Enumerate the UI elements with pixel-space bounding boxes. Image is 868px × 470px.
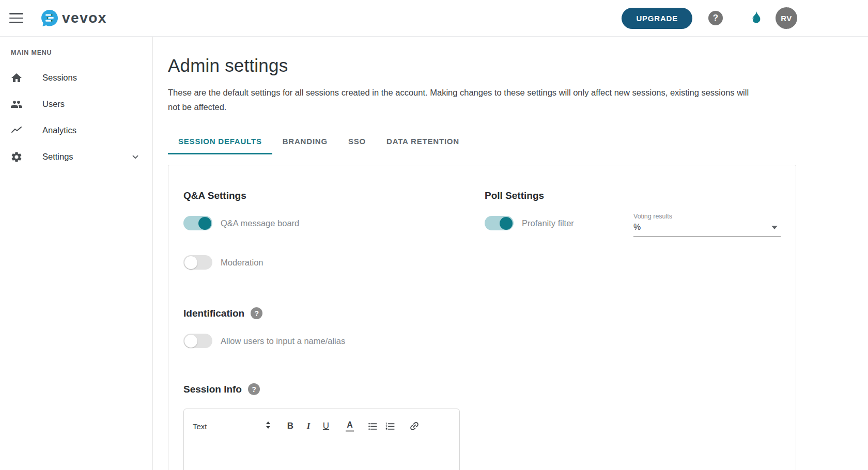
sidebar-item-label: Analytics xyxy=(42,126,76,135)
link-button[interactable] xyxy=(409,420,420,432)
brand-wordmark: vevox xyxy=(62,10,107,26)
identification-help-icon[interactable]: ? xyxy=(251,307,262,319)
sidebar-item-label: Settings xyxy=(42,152,73,162)
trend-line-icon xyxy=(10,124,23,137)
qa-settings-heading: Q&A Settings xyxy=(183,190,485,201)
avatar[interactable]: RV xyxy=(776,7,797,29)
tab-session-defaults[interactable]: SESSION DEFAULTS xyxy=(168,131,272,154)
poll-settings-heading: Poll Settings xyxy=(485,190,781,201)
text-format-select[interactable]: Text xyxy=(193,421,271,431)
upgrade-button[interactable]: UPGRADE xyxy=(622,8,692,29)
sidebar-item-settings[interactable]: Settings xyxy=(0,144,152,170)
alias-toggle[interactable] xyxy=(183,334,212,348)
vevox-bubble-icon xyxy=(41,9,58,27)
gear-icon xyxy=(10,151,23,163)
home-icon xyxy=(10,72,23,84)
sidebar-item-analytics[interactable]: Analytics xyxy=(0,117,152,144)
tab-branding[interactable]: BRANDING xyxy=(272,131,338,154)
sidebar-item-label: Users xyxy=(42,99,65,109)
text-color-button[interactable]: A xyxy=(344,420,355,432)
toggle-knob xyxy=(184,256,197,269)
voting-results-label: Voting results xyxy=(633,213,781,220)
moderation-toggle[interactable] xyxy=(183,255,212,270)
toggle-label: Profanity filter xyxy=(522,218,574,228)
session-info-heading: Session Info ? xyxy=(183,383,781,395)
moderation-row: Moderation xyxy=(183,255,485,270)
session-info-help-icon[interactable]: ? xyxy=(248,383,260,395)
settings-tabs: SESSION DEFAULTS BRANDING SSO DATA RETEN… xyxy=(168,131,868,154)
text-color-underline xyxy=(346,430,354,432)
people-icon xyxy=(10,98,23,111)
session-info-editor[interactable]: Text B I U A xyxy=(183,409,460,470)
topbar: vevox UPGRADE ? RV xyxy=(0,0,868,37)
toggle-label: Allow users to input a name/alias xyxy=(221,336,345,346)
session-info-heading-text: Session Info xyxy=(183,384,242,395)
help-icon[interactable]: ? xyxy=(708,11,723,25)
page-description: These are the default settings for all s… xyxy=(168,85,762,114)
text-color-glyph: A xyxy=(347,420,353,430)
qa-message-board-row: Q&A message board xyxy=(183,216,485,230)
profanity-filter-row: Profanity filter xyxy=(485,216,633,230)
identification-heading-text: Identification xyxy=(183,308,244,319)
italic-button[interactable]: I xyxy=(303,421,314,431)
dropdown-caret-icon xyxy=(771,226,778,229)
bulleted-list-button[interactable] xyxy=(367,421,378,432)
toggle-knob xyxy=(198,217,211,230)
tab-data-retention[interactable]: DATA RETENTION xyxy=(376,131,470,154)
sidebar-item-label: Sessions xyxy=(42,73,77,83)
bold-button[interactable]: B xyxy=(285,421,296,431)
voting-results-select[interactable]: Voting results % xyxy=(633,213,781,237)
sidebar: MAIN MENU Sessions Users Analytics xyxy=(0,37,153,470)
tab-sso[interactable]: SSO xyxy=(338,131,376,154)
qa-message-board-toggle[interactable] xyxy=(183,216,212,230)
alias-row: Allow users to input a name/alias xyxy=(183,334,781,348)
toggle-label: Moderation xyxy=(221,258,264,268)
voting-results-value: % xyxy=(633,223,641,232)
sidebar-section-label: MAIN MENU xyxy=(0,49,152,56)
page-title: Admin settings xyxy=(168,55,868,76)
unfold-more-icon xyxy=(265,421,271,431)
underline-button[interactable]: U xyxy=(320,421,332,431)
identification-heading: Identification ? xyxy=(183,307,781,319)
hamburger-menu-icon[interactable] xyxy=(9,13,23,23)
sidebar-item-sessions[interactable]: Sessions xyxy=(0,65,152,91)
editor-toolbar: Text B I U A xyxy=(184,409,459,432)
text-format-value: Text xyxy=(193,422,207,431)
profanity-filter-toggle[interactable] xyxy=(485,216,514,230)
vevox-logo[interactable]: vevox xyxy=(41,9,107,27)
streak-flame-icon[interactable] xyxy=(748,10,761,26)
main-content: Admin settings These are the default set… xyxy=(153,37,868,470)
toggle-knob xyxy=(500,217,513,230)
chevron-down-icon xyxy=(131,152,140,162)
sidebar-item-users[interactable]: Users xyxy=(0,91,152,117)
numbered-list-button[interactable] xyxy=(384,421,396,432)
toggle-knob xyxy=(184,335,197,348)
topbar-actions: UPGRADE ? RV xyxy=(622,7,868,29)
toggle-label: Q&A message board xyxy=(221,218,299,228)
session-defaults-panel: Q&A Settings Q&A message board Moderatio… xyxy=(168,165,796,470)
